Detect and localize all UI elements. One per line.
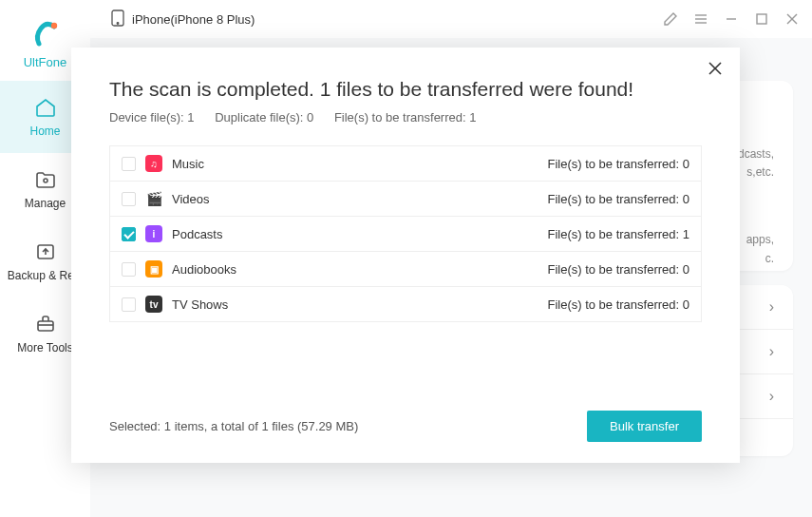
close-icon[interactable]	[706, 59, 725, 78]
checkbox[interactable]	[122, 157, 136, 171]
audiobooks-icon: ▣	[145, 260, 162, 278]
file-name: TV Shows	[172, 297, 228, 312]
videos-icon: 🎬	[145, 190, 162, 207]
file-row-videos[interactable]: 🎬VideosFile(s) to be transferred: 0	[110, 182, 701, 217]
svg-rect-3	[38, 321, 53, 331]
file-transfer-count: File(s) to be transferred: 0	[547, 157, 689, 171]
svg-rect-10	[757, 14, 766, 24]
svg-point-5	[117, 22, 119, 24]
chevron-right-icon: ›	[769, 388, 774, 405]
backup-icon	[34, 240, 57, 263]
home-icon	[34, 96, 57, 119]
selected-summary: Selected: 1 items, a total of 1 files (5…	[109, 419, 358, 433]
music-icon: ♫	[145, 155, 162, 172]
checkbox[interactable]	[122, 192, 136, 206]
file-name: Music	[172, 157, 204, 171]
device-info: iPhone(iPhone 8 Plus)	[111, 10, 255, 29]
file-row-tvshows[interactable]: tvTV ShowsFile(s) to be transferred: 0	[110, 287, 701, 321]
file-row-audiobooks[interactable]: ▣AudiobooksFile(s) to be transferred: 0	[110, 252, 701, 287]
checkbox[interactable]	[122, 297, 136, 312]
transfer-file-count: File(s) to be transferred: 1	[334, 110, 477, 124]
modal-subtitle: Device file(s): 1 Duplicate file(s): 0 F…	[109, 110, 702, 124]
menu-icon[interactable]	[692, 10, 709, 28]
modal-footer: Selected: 1 items, a total of 1 files (5…	[71, 390, 740, 463]
modal-title: The scan is completed. 1 files to be tra…	[109, 78, 702, 101]
file-name: Videos	[172, 192, 210, 206]
toolbox-icon	[34, 313, 57, 335]
maximize-icon[interactable]	[753, 10, 770, 28]
svg-point-0	[50, 23, 56, 29]
brand-logo-icon	[29, 17, 62, 49]
window-close-icon[interactable]	[784, 10, 801, 28]
file-transfer-count: File(s) to be transferred: 0	[547, 297, 689, 312]
modal-header: The scan is completed. 1 files to be tra…	[71, 48, 740, 128]
file-row-music[interactable]: ♫MusicFile(s) to be transferred: 0	[110, 146, 701, 182]
folder-icon	[34, 168, 57, 191]
tvshows-icon: tv	[145, 296, 162, 313]
svg-point-1	[44, 179, 47, 182]
file-transfer-count: File(s) to be transferred: 0	[547, 262, 689, 277]
minimize-icon[interactable]	[723, 10, 740, 28]
checkbox[interactable]	[122, 262, 136, 277]
device-file-count: Device file(s): 1	[109, 110, 195, 124]
phone-icon	[111, 10, 124, 29]
podcasts-icon: i	[145, 225, 162, 242]
file-transfer-count: File(s) to be transferred: 1	[547, 227, 689, 241]
chevron-right-icon: ›	[769, 343, 774, 360]
duplicate-file-count: Duplicate file(s): 0	[215, 110, 313, 124]
file-name: Audiobooks	[172, 262, 236, 277]
chevron-right-icon: ›	[769, 298, 774, 316]
edit-icon[interactable]	[662, 10, 679, 28]
brand-name: UltFone	[24, 55, 67, 69]
topbar-controls	[662, 10, 801, 28]
checkbox[interactable]	[122, 227, 136, 241]
file-row-podcasts[interactable]: iPodcastsFile(s) to be transferred: 1	[110, 217, 701, 252]
scan-complete-modal: The scan is completed. 1 files to be tra…	[71, 48, 740, 463]
logo-area: UltFone	[24, 0, 67, 81]
bulk-transfer-button[interactable]: Bulk transfer	[587, 411, 702, 442]
topbar: iPhone(iPhone 8 Plus)	[90, 0, 812, 38]
file-name: Podcasts	[172, 227, 222, 241]
file-transfer-count: File(s) to be transferred: 0	[547, 192, 689, 206]
file-list: ♫MusicFile(s) to be transferred: 0🎬Video…	[109, 145, 702, 322]
device-name: iPhone(iPhone 8 Plus)	[132, 12, 255, 27]
